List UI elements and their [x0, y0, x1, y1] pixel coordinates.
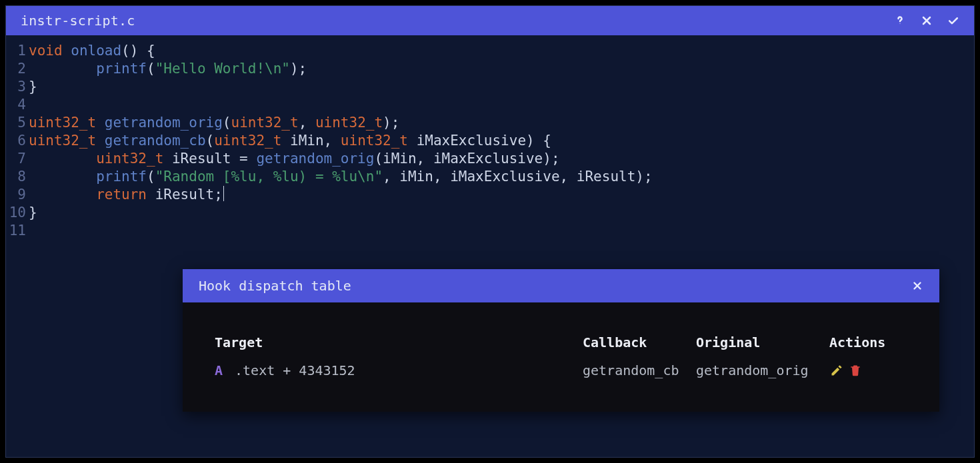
- token-pun: (: [206, 133, 215, 149]
- edit-button[interactable]: [829, 363, 844, 378]
- token-pun: [29, 151, 96, 167]
- token-pun: ,: [299, 115, 315, 131]
- token-fn: printf: [96, 61, 147, 77]
- pencil-icon: [830, 364, 843, 377]
- token-pun: [29, 61, 96, 77]
- code-line[interactable]: 7 uint32_t iResult = getrandom_orig(iMin…: [6, 150, 974, 168]
- token-pun: (: [147, 169, 155, 185]
- code-line[interactable]: 9 return iResult;: [6, 186, 974, 204]
- check-icon: [947, 14, 960, 27]
- code-line[interactable]: 11: [6, 222, 974, 240]
- token-pun: );: [383, 115, 399, 131]
- line-number: 5: [6, 114, 29, 132]
- token-pun: () {: [121, 43, 155, 59]
- line-number: 8: [6, 168, 29, 186]
- token-kw: uint32_t: [29, 115, 96, 131]
- token-pun: (: [223, 115, 231, 131]
- cell-actions: [829, 363, 907, 378]
- code-line[interactable]: 3}: [6, 78, 974, 96]
- line-number: 3: [6, 78, 29, 96]
- code-content[interactable]: uint32_t getrandom_orig(uint32_t, uint32…: [29, 114, 974, 132]
- token-fn: getrandom_orig: [256, 151, 374, 167]
- table-header-row: Target Callback Original Actions: [215, 329, 907, 356]
- hook-mode: A: [215, 362, 227, 378]
- close-button[interactable]: [915, 9, 938, 32]
- token-kw: void: [29, 43, 63, 59]
- code-content[interactable]: void onload() {: [29, 42, 974, 60]
- code-content[interactable]: printf("Random [%lu, %lu) = %lu\n", iMin…: [29, 168, 974, 186]
- code-editor[interactable]: 1void onload() {2 printf("Hello World!\n…: [6, 35, 974, 240]
- token-kw: uint32_t: [214, 133, 281, 149]
- col-callback: Callback: [583, 334, 696, 350]
- token-pun: [29, 169, 96, 185]
- token-pun: (iMin, iMaxExclusive);: [374, 151, 559, 167]
- trash-icon: [849, 364, 862, 377]
- line-number: 2: [6, 60, 29, 78]
- code-line[interactable]: 10}: [6, 204, 974, 222]
- token-kw: uint32_t: [29, 133, 96, 149]
- line-number: 10: [6, 204, 29, 222]
- token-pun: [96, 133, 105, 149]
- col-original: Original: [696, 334, 829, 350]
- accept-button[interactable]: [942, 9, 965, 32]
- line-number: 4: [6, 96, 29, 114]
- line-number: 7: [6, 150, 29, 168]
- code-content[interactable]: [29, 96, 974, 114]
- code-content[interactable]: }: [29, 204, 974, 222]
- code-line[interactable]: 5uint32_t getrandom_orig(uint32_t, uint3…: [6, 114, 974, 132]
- token-pun: }: [29, 79, 37, 95]
- token-pun: , iMin, iMaxExclusive, iResult);: [383, 169, 653, 185]
- help-button[interactable]: [889, 9, 911, 32]
- code-line[interactable]: 2 printf("Hello World!\n");: [6, 60, 974, 78]
- token-pun: iMin,: [281, 133, 341, 149]
- col-target: Target: [215, 334, 583, 350]
- token-pun: [29, 187, 96, 203]
- table-row: A .text + 4343152getrandom_cbgetrandom_o…: [215, 357, 907, 384]
- close-icon: [920, 14, 933, 27]
- code-line[interactable]: 1void onload() {: [6, 42, 974, 60]
- panel-body: Target Callback Original Actions A .text…: [183, 302, 939, 384]
- code-content[interactable]: [29, 222, 974, 240]
- code-content[interactable]: return iResult;: [29, 186, 974, 204]
- token-pun: );: [290, 61, 307, 77]
- svg-point-0: [900, 23, 901, 24]
- token-kw: uint32_t: [96, 151, 163, 167]
- code-line[interactable]: 4: [6, 96, 974, 114]
- cell-callback: getrandom_cb: [583, 362, 696, 378]
- line-number: 11: [6, 222, 29, 240]
- code-line[interactable]: 6uint32_t getrandom_cb(uint32_t iMin, ui…: [6, 132, 974, 150]
- token-pun: }: [29, 205, 37, 221]
- cell-original: getrandom_orig: [696, 362, 829, 378]
- token-pun: iMaxExclusive) {: [408, 133, 551, 149]
- code-line[interactable]: 8 printf("Random [%lu, %lu) = %lu\n", iM…: [6, 168, 974, 186]
- code-content[interactable]: uint32_t iResult = getrandom_orig(iMin, …: [29, 150, 974, 168]
- line-number: 1: [6, 42, 29, 60]
- token-fn: onload: [71, 43, 121, 59]
- delete-button[interactable]: [848, 363, 863, 378]
- col-actions: Actions: [829, 334, 907, 350]
- line-number: 6: [6, 132, 29, 150]
- titlebar: instr-script.c: [6, 6, 974, 35]
- token-kw: return: [96, 187, 147, 203]
- token-str: "Random [%lu, %lu) = %lu\n": [155, 169, 383, 185]
- token-kw: uint32_t: [341, 133, 408, 149]
- code-content[interactable]: }: [29, 78, 974, 96]
- token-str: "Hello World!\n": [155, 61, 290, 77]
- line-number: 9: [6, 186, 29, 204]
- token-kw: uint32_t: [315, 115, 383, 131]
- token-fn: getrandom_orig: [105, 115, 223, 131]
- panel-titlebar: Hook dispatch table: [183, 269, 939, 302]
- help-icon: [893, 14, 907, 27]
- token-pun: iResult;: [147, 187, 223, 203]
- hook-dispatch-panel: Hook dispatch table Target Callback Orig…: [183, 269, 939, 412]
- token-pun: (: [147, 61, 155, 77]
- cell-target: A .text + 4343152: [215, 362, 583, 378]
- text-cursor: [223, 186, 224, 201]
- panel-title: Hook dispatch table: [199, 278, 907, 294]
- code-content[interactable]: uint32_t getrandom_cb(uint32_t iMin, uin…: [29, 132, 974, 150]
- close-icon: [911, 280, 923, 292]
- token-pun: [96, 115, 105, 131]
- code-content[interactable]: printf("Hello World!\n");: [29, 60, 974, 78]
- panel-close-button[interactable]: [907, 276, 927, 296]
- token-fn: getrandom_cb: [105, 133, 206, 149]
